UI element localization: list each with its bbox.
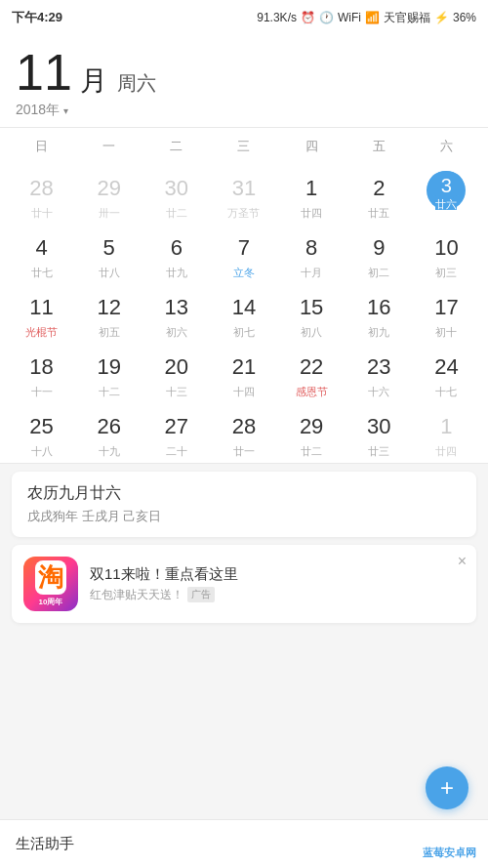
day-number: 7 — [226, 230, 262, 266]
calendar-day-cell[interactable]: 14初七 — [210, 284, 277, 344]
lunar-day: 感恩节 — [296, 387, 328, 397]
status-right: 91.3K/s ⏰ 🕐 WiFi 📶 天官赐福 ⚡ 36% — [257, 10, 476, 26]
calendar-day-cell[interactable]: 19十二 — [75, 344, 142, 403]
week-day-label: 周六 — [117, 70, 156, 97]
calendar-day-cell[interactable]: 31万圣节 — [210, 165, 277, 225]
lunar-day: 廿三 — [368, 446, 389, 457]
calendar-day-cell[interactable]: 8十月 — [278, 225, 346, 284]
year-dropdown-arrow: ▾ — [63, 105, 68, 116]
calendar-day-cell[interactable]: 9初二 — [346, 225, 413, 284]
calendar-day-cell[interactable]: 27二十 — [142, 403, 210, 463]
day-number: 25 — [24, 409, 60, 444]
calendar-day-cell[interactable]: 10初三 — [413, 225, 480, 284]
lunar-day: 十三 — [166, 387, 187, 397]
calendar-day-cell[interactable]: 22感恩节 — [278, 344, 346, 403]
calendar-day-cell[interactable]: 13初六 — [142, 284, 210, 344]
day-number: 28 — [24, 171, 60, 206]
calendar-day-cell[interactable]: 12初五 — [75, 284, 142, 344]
lunar-day: 十月 — [301, 268, 322, 278]
day-number: 15 — [294, 290, 329, 325]
day-number: 22 — [294, 350, 329, 385]
status-bar: 下午4:29 91.3K/s ⏰ 🕐 WiFi 📶 天官赐福 ⚡ 36% — [0, 0, 488, 35]
year-row[interactable]: 2018年 ▾ — [16, 102, 472, 119]
calendar-day-cell[interactable]: 1廿四 — [278, 165, 346, 225]
calendar-day-cell[interactable]: 2廿五 — [346, 165, 413, 225]
calendar-day-cell[interactable]: 1廿四 — [413, 403, 480, 463]
lunar-day: 十九 — [99, 446, 120, 457]
week-header-cell: 二 — [142, 134, 210, 159]
day-number: 26 — [92, 409, 127, 444]
week-header-row: 日一二三四五六 — [8, 128, 480, 165]
day-number: 17 — [428, 290, 464, 325]
lunar-day: 初三 — [435, 268, 457, 278]
calendar-day-cell[interactable]: 26十九 — [75, 403, 142, 463]
calendar-day-cell[interactable]: 16初九 — [346, 284, 413, 344]
calendar-day-cell[interactable]: 23十六 — [346, 344, 413, 403]
day-number: 28 — [226, 409, 262, 444]
lunar-day: 初六 — [166, 327, 187, 338]
calendar-day-cell[interactable]: 18十一 — [8, 344, 75, 403]
lunar-day: 廿五 — [368, 208, 389, 219]
calendar-day-cell[interactable]: 28廿十 — [8, 165, 75, 225]
taobao-icon: 淘 — [35, 560, 66, 595]
day-number: 14 — [226, 290, 262, 325]
ad-text-content: 双11来啦！重点看这里 红包津贴天天送！ 广告 — [90, 565, 238, 603]
calendar-day-cell[interactable]: 3廿六 — [413, 165, 480, 225]
calendar-day-cell[interactable]: 28廿一 — [210, 403, 277, 463]
ad-icon-content: 淘 10周年 — [35, 560, 66, 607]
day-number: 10 — [428, 230, 464, 266]
calendar-day-cell[interactable]: 4廿七 — [8, 225, 75, 284]
lunar-day: 廿九 — [166, 268, 187, 278]
day-number: 19 — [92, 350, 127, 385]
calendar-day-cell[interactable]: 30廿三 — [346, 403, 413, 463]
calendar-day-cell[interactable]: 17初十 — [413, 284, 480, 344]
calendar-day-cell[interactable]: 29廿二 — [278, 403, 346, 463]
calendar-day-cell[interactable]: 24十七 — [413, 344, 480, 403]
lunar-day: 廿六 — [435, 199, 457, 210]
ad-app-icon[interactable]: 淘 10周年 — [23, 557, 78, 611]
day-number: 23 — [361, 350, 396, 385]
calendar-day-cell[interactable]: 5廿八 — [75, 225, 142, 284]
calendar-day-cell[interactable]: 30廿二 — [142, 165, 210, 225]
life-assistant-label: 生活助手 — [16, 835, 74, 853]
lunar-day: 初二 — [368, 268, 389, 278]
calendar-day-cell[interactable]: 15初八 — [278, 284, 346, 344]
ad-description: 红包津贴天天送！ 广告 — [90, 587, 238, 603]
day-number: 8 — [294, 230, 329, 266]
day-number: 9 — [361, 230, 396, 266]
calendar-header: 11 月 周六 2018年 ▾ — [0, 35, 488, 127]
ad-close-button[interactable]: × — [458, 553, 467, 570]
lunar-day: 初八 — [301, 327, 322, 338]
lunar-day: 十一 — [31, 387, 53, 397]
lunar-day: 廿二 — [301, 446, 322, 457]
status-time: 下午4:29 — [12, 9, 62, 26]
add-event-fab[interactable]: + — [426, 766, 468, 809]
calendar-day-cell[interactable]: 6廿九 — [142, 225, 210, 284]
week-header-cell: 四 — [278, 134, 346, 159]
lunar-day: 廿十 — [31, 208, 53, 219]
day-number: 21 — [226, 350, 262, 385]
calendar-day-cell[interactable]: 11光棍节 — [8, 284, 75, 344]
ad-badge: 广告 — [187, 587, 215, 602]
week-header-cell: 三 — [210, 134, 277, 159]
calendar-day-cell[interactable]: 7立冬 — [210, 225, 277, 284]
week-header-cell: 一 — [75, 134, 142, 159]
calendar-day-cell[interactable]: 20十三 — [142, 344, 210, 403]
wifi-icon: WiFi — [338, 11, 361, 24]
month-title-row: 11 月 周六 — [16, 47, 472, 100]
day-number: 30 — [159, 171, 194, 206]
bottom-bar: 生活助手 — [0, 819, 488, 868]
day-number: 1 — [428, 409, 464, 444]
lunar-day: 初七 — [233, 327, 255, 338]
day-number: 11 — [24, 290, 60, 325]
lunar-day: 卅一 — [99, 208, 120, 219]
week-header-cell: 日 — [8, 134, 75, 159]
calendar-day-cell[interactable]: 21十四 — [210, 344, 277, 403]
lunar-day: 廿二 — [166, 208, 187, 219]
day-number: 6 — [159, 230, 194, 266]
lunar-day: 十四 — [233, 387, 255, 397]
calendar-day-cell[interactable]: 25十八 — [8, 403, 75, 463]
day-number: 27 — [159, 409, 194, 444]
calendar-day-cell[interactable]: 29卅一 — [75, 165, 142, 225]
day-number: 16 — [361, 290, 396, 325]
